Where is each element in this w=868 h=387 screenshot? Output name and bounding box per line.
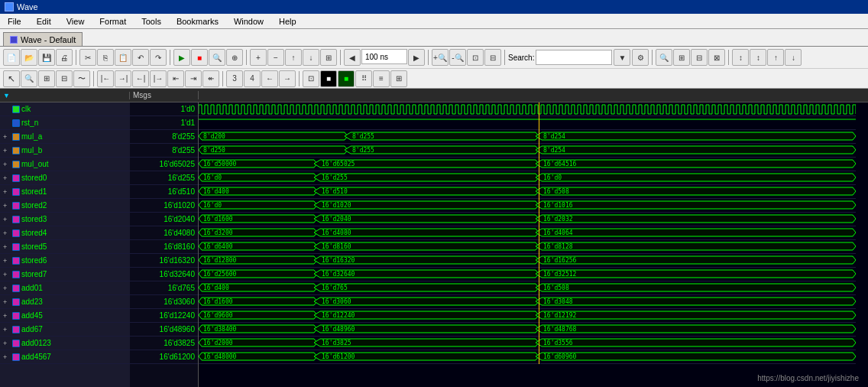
signal-name-row[interactable]: +add4567: [0, 350, 130, 364]
new-btn[interactable]: 📄: [3, 49, 20, 66]
go-left-btn[interactable]: ←: [261, 70, 278, 87]
zoom-sel-btn[interactable]: ⊟: [484, 49, 501, 66]
print-btn[interactable]: 🖨: [56, 49, 73, 66]
sig-up-btn[interactable]: ↑: [285, 49, 302, 66]
signal-name-row[interactable]: +stored6: [0, 254, 130, 268]
sig-dn-btn[interactable]: ↓: [303, 49, 319, 66]
open-btn[interactable]: 📂: [21, 49, 37, 66]
redo-btn[interactable]: ↷: [150, 49, 167, 66]
zoom2-btn[interactable]: 🔍: [21, 70, 37, 87]
save-btn[interactable]: 💾: [38, 49, 55, 66]
expand-btn[interactable]: +: [3, 326, 12, 333]
pattern-btn[interactable]: ⠿: [355, 70, 372, 87]
expand-btn[interactable]: +: [3, 188, 12, 196]
run-btn[interactable]: ▶: [173, 49, 190, 66]
cursor-a-btn[interactable]: ↕: [732, 49, 749, 66]
style-btn[interactable]: ≡: [373, 70, 390, 87]
paste-btn[interactable]: 📋: [115, 49, 131, 66]
signal-name-row[interactable]: +stored2: [0, 199, 130, 213]
snap-btn[interactable]: ⊡: [303, 70, 319, 87]
signal-name-row[interactable]: +stored4: [0, 226, 130, 240]
edge-r2-btn[interactable]: ⇥: [185, 70, 202, 87]
edge-prev-btn[interactable]: ←|: [132, 70, 149, 87]
signal-name-row[interactable]: +add67: [0, 323, 130, 337]
time-input[interactable]: [361, 49, 407, 64]
signal-name-row[interactable]: +stored1: [0, 185, 130, 199]
zoom-reset-btn[interactable]: ⊟: [691, 49, 708, 66]
expand-btn[interactable]: +: [3, 216, 12, 223]
signal-name-row[interactable]: +add01: [0, 281, 130, 295]
signal-name-row[interactable]: +add45: [0, 309, 130, 323]
expand-btn[interactable]: +: [3, 229, 12, 237]
wave-canvas[interactable]: 8'd2008'd2558'd2548'd2508'd2558'd25416'd…: [199, 102, 856, 364]
signal-name-row[interactable]: +add23: [0, 295, 130, 309]
select-btn[interactable]: ↖: [3, 70, 20, 87]
signal-name-row[interactable]: rst_n: [0, 116, 130, 130]
search-go-btn[interactable]: ▼: [614, 49, 630, 66]
edge-r-btn[interactable]: →|: [115, 70, 131, 87]
menu-item-format[interactable]: Format: [95, 16, 131, 27]
find-btn[interactable]: 🔍: [209, 49, 225, 66]
signal-name-row[interactable]: +stored3: [0, 213, 130, 226]
signal-name-row[interactable]: +mul_a: [0, 130, 130, 144]
zoom-btn[interactable]: ⊕: [226, 49, 243, 66]
zoom-out-btn[interactable]: -🔍: [449, 49, 466, 66]
undo-btn[interactable]: ↶: [132, 49, 149, 66]
menu-item-tools[interactable]: Tools: [137, 16, 166, 27]
signal-name-row[interactable]: clk: [0, 102, 130, 116]
zoom-region-btn[interactable]: ⊞: [673, 49, 690, 66]
search-input[interactable]: [536, 50, 612, 65]
time-fwd-btn[interactable]: ▶: [408, 49, 425, 66]
color-btn[interactable]: ■: [320, 70, 337, 87]
sig-add-btn[interactable]: +: [250, 49, 267, 66]
collapse-btn[interactable]: ⊟: [56, 70, 73, 87]
edge-l-btn[interactable]: |←: [97, 70, 114, 87]
expand-btn[interactable]: +: [3, 243, 12, 251]
zoom-in-btn[interactable]: +🔍: [432, 49, 449, 66]
signal-name-row[interactable]: +mul_b: [0, 144, 130, 158]
wave-area[interactable]: 8'd2008'd2558'd2548'd2508'd2558'd25416'd…: [199, 102, 868, 387]
signal-name-row[interactable]: +stored5: [0, 240, 130, 254]
expand-btn[interactable]: +: [3, 133, 12, 141]
cursor-up-btn[interactable]: ↑: [767, 49, 784, 66]
zoom-full-btn[interactable]: 🔍: [656, 49, 672, 66]
expand-btn[interactable]: +: [3, 161, 12, 168]
stop-btn[interactable]: ■: [191, 49, 208, 66]
edge-l2-btn[interactable]: ⇤: [167, 70, 184, 87]
signal-name-row[interactable]: +mul_out: [0, 158, 130, 171]
zoom-time-btn[interactable]: ⊠: [708, 49, 725, 66]
expand-btn[interactable]: +: [3, 285, 12, 292]
expand-btn[interactable]: +: [3, 257, 12, 265]
expand-btn[interactable]: ⊞: [38, 70, 55, 87]
wave-btn[interactable]: 〜: [73, 70, 90, 87]
signal-name-row[interactable]: +stored0: [0, 171, 130, 185]
go-right-btn[interactable]: →: [279, 70, 296, 87]
menu-item-window[interactable]: Window: [229, 16, 268, 27]
expand-btn[interactable]: +: [3, 147, 12, 154]
cursor-dn-btn[interactable]: ↓: [785, 49, 802, 66]
go-end-btn[interactable]: 4: [244, 70, 261, 87]
edge-next-btn[interactable]: |→: [150, 70, 167, 87]
edge-l3-btn[interactable]: ↞: [202, 70, 219, 87]
time-back-btn[interactable]: ◀: [344, 49, 361, 66]
menu-item-file[interactable]: File: [3, 16, 26, 27]
signal-name-row[interactable]: +add0123: [0, 337, 130, 350]
menu-item-edit[interactable]: Edit: [32, 16, 56, 27]
copy-btn[interactable]: ⎘: [97, 49, 114, 66]
cursor-b-btn[interactable]: ↕: [750, 49, 766, 66]
sig-grp-btn[interactable]: ⊞: [320, 49, 337, 66]
signal-name-row[interactable]: +stored7: [0, 268, 130, 281]
grid-btn[interactable]: ⊞: [390, 70, 407, 87]
menu-item-help[interactable]: Help: [274, 16, 301, 27]
sig-del-btn[interactable]: −: [267, 49, 284, 66]
cut-btn[interactable]: ✂: [79, 49, 96, 66]
expand-btn[interactable]: +: [3, 174, 12, 182]
color2-btn[interactable]: ■: [338, 70, 355, 87]
zoom-fit-btn[interactable]: ⊡: [467, 49, 484, 66]
menu-item-bookmarks[interactable]: Bookmarks: [172, 16, 223, 27]
wave-tab[interactable]: Wave - Default: [3, 32, 83, 46]
expand-btn[interactable]: +: [3, 340, 12, 347]
go-start-btn[interactable]: 3: [226, 70, 243, 87]
expand-btn[interactable]: +: [3, 298, 12, 306]
expand-btn[interactable]: +: [3, 353, 12, 361]
